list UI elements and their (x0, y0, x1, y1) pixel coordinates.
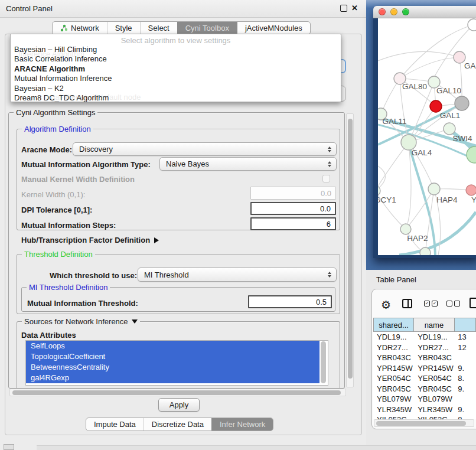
tab-discretize-data[interactable]: Discretize Data (144, 418, 211, 431)
tab-select[interactable]: Select (140, 22, 177, 34)
table-row[interactable]: YBR045CYBR045C9. (373, 384, 476, 394)
dpi-tolerance-label: DPI Tolerance [0,1]: (21, 206, 92, 214)
data-attributes-list[interactable]: SelfLoopsTopologicalCoefficientBetweenne… (25, 340, 328, 386)
algorithm-option-aracne-algorithm[interactable]: ARACNE Algorithm (14, 64, 337, 74)
table-cell: YIL053C (414, 415, 454, 419)
table-row[interactable]: YIL053CYIL053C8. (373, 415, 476, 419)
tab-cyni-toolbox[interactable]: Cyni Toolbox (177, 22, 237, 34)
tab-infer-network[interactable]: Infer Network (211, 418, 273, 431)
bottom-window-strip (37, 445, 476, 450)
network-node[interactable] (455, 96, 469, 110)
zoom-traffic-icon[interactable] (402, 8, 409, 15)
algorithm-option-mutual-information-inference[interactable]: Mutual Information Inference (14, 74, 337, 83)
dpi-tolerance-field[interactable]: 0.0 (250, 202, 336, 215)
close-traffic-icon[interactable] (379, 8, 386, 15)
algorithm-option-bayesian-k2[interactable]: Bayesian – K2 (14, 84, 337, 93)
table-row[interactable]: YDL19...YDL19...13 (373, 332, 476, 343)
table-cell: YDR27... (414, 343, 454, 352)
settings-horizontal-scrollbar[interactable] (9, 389, 346, 396)
float-window-icon[interactable] (340, 5, 347, 12)
table-row[interactable]: YBR043CYBR043C (373, 353, 476, 363)
table-cell: YPR145W (373, 364, 414, 373)
mi-algorithm-type-combo[interactable]: Naive Bayes (159, 157, 337, 171)
attribute-item-topologicalcoefficient[interactable]: TopologicalCoefficient (26, 351, 319, 362)
aracne-mode-combo[interactable]: Discovery (73, 142, 337, 156)
tab-label: jActiveMNodules (245, 24, 302, 32)
which-threshold-combo[interactable]: MI Threshold (138, 268, 337, 282)
mi-steps-field[interactable]: 6 (250, 217, 336, 230)
network-node-hap2[interactable] (400, 224, 411, 234)
network-node-y[interactable] (466, 185, 476, 195)
column-header-2[interactable] (455, 318, 476, 332)
tab-network[interactable]: Network (53, 22, 107, 34)
mi-threshold-field[interactable]: 0.5 (248, 295, 332, 308)
expander-arrow-icon (154, 237, 159, 243)
network-node[interactable] (420, 247, 431, 255)
network-node[interactable] (468, 19, 476, 31)
network-node-gal1[interactable] (430, 100, 442, 112)
column-header-shared[interactable]: shared... (373, 318, 414, 332)
node-table[interactable]: shared...nameYDL19...YDL19...13YDR27...Y… (373, 318, 476, 419)
attributes-scrollbar[interactable] (319, 341, 327, 384)
close-icon[interactable]: ✕ (351, 5, 358, 12)
tab-style[interactable]: Style (107, 22, 140, 34)
table-row[interactable]: YBL079WYBL079W (373, 394, 476, 405)
attributes-scrollbar-thumb[interactable] (321, 341, 326, 383)
table-cell: 9. (454, 405, 476, 414)
hub-transcription-expander[interactable]: Hub/Transcription Factor Definition (21, 236, 159, 244)
table-horizontal-scrollbar[interactable] (374, 419, 474, 427)
table-cell: 9. (454, 364, 476, 373)
table-cell: 13 (454, 332, 476, 341)
table-row[interactable]: YLR345WYLR345W9. (373, 405, 476, 415)
network-node-swi4[interactable] (444, 123, 455, 135)
split-columns-icon[interactable] (402, 299, 412, 308)
tab-jactivemnodules[interactable]: jActiveMNodules (237, 22, 310, 34)
attribute-item-gal4rgexp[interactable]: gal4RGexp (26, 373, 319, 383)
kernel-width-label: Kernel Width (0,1): (21, 190, 85, 199)
tab-label: Style (115, 24, 132, 32)
collapsed-panel-icon[interactable] (4, 444, 14, 450)
manual-kernel-width-checkbox[interactable] (322, 175, 330, 182)
table-row[interactable]: YPR145WYPR145W9. (373, 363, 476, 374)
table-cell: YBL079W (414, 394, 454, 403)
table-cell: YDR27... (373, 343, 414, 352)
settings-vertical-scrollbar-thumb[interactable] (348, 119, 353, 379)
mi-algorithm-type-label: Mutual Information Algorithm Type: (21, 160, 151, 169)
network-canvas[interactable]: GAL7GAL80GAL10GAL1GAL11SWI4GAL4GCY1HAP4Y… (378, 18, 476, 255)
minimize-traffic-icon[interactable] (390, 8, 397, 15)
sources-group-title: Sources for Network Inference (24, 317, 128, 326)
control-panel-titlebar (0, 0, 366, 18)
node-label: HAP2 (407, 234, 428, 243)
tab-impute-data[interactable]: Impute Data (86, 418, 144, 431)
table-cell: YBL079W (373, 394, 414, 403)
mi-threshold-definition-title: MI Threshold Definition (27, 283, 110, 292)
sources-group-title-wrap[interactable]: Sources for Network Inference (22, 317, 140, 326)
network-node-hap4[interactable] (428, 183, 440, 195)
column-header-name[interactable]: name (414, 318, 454, 332)
mi-algorithm-type-value: Naive Bayes (166, 159, 209, 168)
settings-horizontal-scrollbar-thumb[interactable] (12, 390, 341, 395)
table-cell: YBR045C (414, 384, 454, 393)
document-icon[interactable] (470, 298, 476, 308)
settings-vertical-scrollbar[interactable] (346, 113, 354, 387)
node-label: GCY1 (378, 195, 396, 204)
gear-icon[interactable]: ⚙ (381, 298, 391, 312)
attribute-item-betweennesscentrality[interactable]: BetweennessCentrality (26, 362, 319, 373)
network-window-titlebar[interactable] (373, 6, 476, 18)
apply-button[interactable]: Apply (158, 398, 200, 412)
tab-label: Network (71, 24, 99, 32)
table-row[interactable]: YER054CYER054C8. (373, 373, 476, 384)
kernel-width-field[interactable]: 0.0 (250, 187, 336, 200)
network-node[interactable] (467, 146, 476, 163)
table-row[interactable]: YDR27...YDR27...12 (373, 343, 476, 353)
unchecked-boxes-icon[interactable] (446, 301, 460, 306)
node-label: GAL4 (412, 148, 432, 157)
network-node-gal7[interactable] (454, 51, 465, 63)
attribute-item-selfloops[interactable]: SelfLoops (26, 341, 319, 351)
network-edge (400, 25, 474, 79)
table-horizontal-scrollbar-thumb[interactable] (376, 421, 466, 426)
checked-boxes-icon[interactable]: ✓✓ (424, 301, 438, 306)
algorithm-dropdown-placeholder: Select algorithm to view settings (11, 34, 341, 45)
table-cell: YER054C (414, 374, 454, 383)
aracne-mode-label: Aracne Mode: (21, 145, 72, 154)
